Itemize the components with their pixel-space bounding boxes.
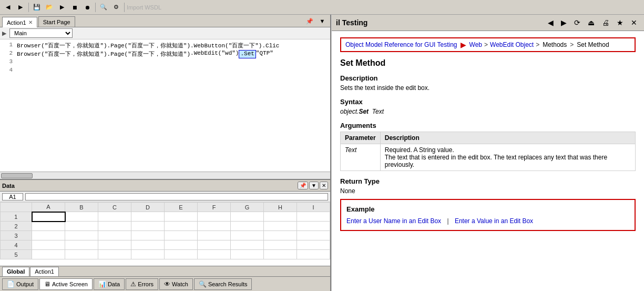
tab-output[interactable]: 📄 Output bbox=[2, 278, 38, 290]
cell-e4[interactable] bbox=[165, 240, 198, 250]
toolbar-btn-5[interactable]: ▶ bbox=[56, 2, 68, 13]
toolbar-btn-1[interactable]: ◀ bbox=[2, 2, 14, 13]
col-a: A bbox=[32, 203, 65, 212]
toolbar-btn-6[interactable]: ⏹ bbox=[69, 2, 80, 13]
example-box: Example Enter a User Name in an Edit Box… bbox=[340, 199, 636, 231]
panel-controls: 📌 ▼ bbox=[304, 15, 328, 27]
cell-g3[interactable] bbox=[231, 231, 264, 240]
data-grid: A B C D E F G H I 1 bbox=[0, 202, 330, 259]
line-num-4: 4 bbox=[2, 67, 13, 75]
tab-watch[interactable]: 👁 Watch bbox=[159, 278, 193, 290]
data-close-btn[interactable]: ✕ bbox=[320, 182, 328, 189]
cell-h3[interactable] bbox=[264, 231, 297, 240]
h-scrollbar[interactable] bbox=[0, 172, 330, 179]
cell-f2[interactable] bbox=[198, 222, 231, 231]
cell-f3[interactable] bbox=[198, 231, 231, 240]
example-link-2[interactable]: Enter a Value in an Edit Box bbox=[455, 217, 533, 225]
help-bookmark-btn[interactable]: ★ bbox=[614, 17, 626, 28]
tab-search-results[interactable]: 🔍 Search Results bbox=[194, 278, 252, 290]
cell-d1[interactable] bbox=[131, 212, 165, 222]
example-link-1[interactable]: Enter a User Name in an Edit Box bbox=[346, 217, 441, 225]
cell-i3[interactable] bbox=[297, 231, 330, 240]
help-home-btn[interactable]: ⏏ bbox=[585, 17, 597, 28]
panel-expand-btn[interactable]: ▼ bbox=[316, 15, 328, 27]
cell-c2[interactable] bbox=[98, 222, 131, 231]
col-f: F bbox=[198, 203, 231, 212]
h-scrollbar-thumb[interactable] bbox=[1, 173, 33, 178]
main-dropdown[interactable]: Main bbox=[9, 28, 73, 38]
cell-e1[interactable] bbox=[165, 212, 198, 222]
toolbar-btn-7[interactable]: ⏺ bbox=[81, 2, 93, 13]
cell-c3[interactable] bbox=[98, 231, 131, 240]
cell-g4[interactable] bbox=[231, 240, 264, 250]
toolbar-buttons: ◀ ▶ 💾 📂 ▶ ⏹ ⏺ 🔍 ⚙ Import WSDL bbox=[2, 2, 642, 13]
sheet-tab-action1[interactable]: Action1 bbox=[30, 267, 59, 276]
cell-h2[interactable] bbox=[264, 222, 297, 231]
toolbar-btn-9[interactable]: ⚙ bbox=[110, 2, 122, 13]
tab-action1[interactable]: Action1 ✕ bbox=[2, 17, 37, 27]
return-value: None bbox=[340, 187, 636, 195]
cell-i1[interactable] bbox=[297, 212, 330, 222]
tab-active-screen[interactable]: 🖥 Active Screen bbox=[39, 278, 93, 290]
cell-e3[interactable] bbox=[165, 231, 198, 240]
sheet-tab-global[interactable]: Global bbox=[2, 267, 29, 276]
data-pin-btn[interactable]: 📌 bbox=[298, 182, 308, 189]
tab-errors[interactable]: ⚠ Errors bbox=[126, 278, 158, 290]
cell-d2[interactable] bbox=[131, 222, 165, 231]
cell-a4[interactable] bbox=[32, 240, 65, 250]
help-forward-btn[interactable]: ▶ bbox=[558, 17, 569, 28]
cell-a3[interactable] bbox=[32, 231, 65, 240]
cell-b5[interactable] bbox=[65, 250, 98, 259]
cell-value-input[interactable] bbox=[25, 193, 328, 200]
help-close-btn[interactable]: ✕ bbox=[628, 17, 640, 28]
help-print-btn[interactable]: 🖨 bbox=[599, 17, 612, 28]
cell-a1[interactable] bbox=[32, 212, 65, 222]
cell-d5[interactable] bbox=[131, 250, 165, 259]
breadcrumb-link-2[interactable]: Web bbox=[469, 41, 482, 48]
cell-b3[interactable] bbox=[65, 231, 98, 240]
cell-h5[interactable] bbox=[264, 250, 297, 259]
cell-b2[interactable] bbox=[65, 222, 98, 231]
cell-h4[interactable] bbox=[264, 240, 297, 250]
cell-i2[interactable] bbox=[297, 222, 330, 231]
args-header-row: Parameter Description bbox=[341, 132, 636, 144]
tab-action1-close[interactable]: ✕ bbox=[28, 19, 33, 25]
cell-h1[interactable] bbox=[264, 212, 297, 222]
breadcrumb-link-1[interactable]: Object Model Reference for GUI Testing bbox=[345, 41, 457, 48]
toolbar-btn-2[interactable]: ▶ bbox=[15, 2, 26, 13]
cell-c1[interactable] bbox=[98, 212, 131, 222]
cell-d3[interactable] bbox=[131, 231, 165, 240]
cell-i4[interactable] bbox=[297, 240, 330, 250]
cell-ref-input[interactable] bbox=[2, 193, 23, 200]
cell-g1[interactable] bbox=[231, 212, 264, 222]
panel-pin-btn[interactable]: 📌 bbox=[304, 15, 315, 27]
cell-g2[interactable] bbox=[231, 222, 264, 231]
cell-c5[interactable] bbox=[98, 250, 131, 259]
toolbar-btn-8[interactable]: 🔍 bbox=[98, 2, 109, 13]
cell-a2[interactable] bbox=[32, 222, 65, 231]
tab-start-page[interactable]: Start Page bbox=[38, 16, 75, 27]
cell-b1[interactable] bbox=[65, 212, 98, 222]
cell-f4[interactable] bbox=[198, 240, 231, 250]
breadcrumb-link-3[interactable]: WebEdit Object bbox=[490, 41, 534, 48]
data-expand-btn[interactable]: ▼ bbox=[309, 182, 319, 189]
cell-e2[interactable] bbox=[165, 222, 198, 231]
cell-d4[interactable] bbox=[131, 240, 165, 250]
search-results-icon: 🔍 bbox=[199, 280, 207, 288]
cell-a5[interactable] bbox=[32, 250, 65, 259]
cell-i5[interactable] bbox=[297, 250, 330, 259]
main-content: Action1 ✕ Start Page 📌 ▼ ▶ Main 1 Browse… bbox=[0, 15, 644, 291]
row-header-5: 5 bbox=[1, 250, 32, 259]
toolbar-btn-3[interactable]: 💾 bbox=[31, 2, 43, 13]
help-refresh-btn[interactable]: ⟳ bbox=[571, 17, 583, 28]
cell-e5[interactable] bbox=[165, 250, 198, 259]
cell-c4[interactable] bbox=[98, 240, 131, 250]
tab-data[interactable]: 📊 Data bbox=[94, 278, 125, 290]
cell-b4[interactable] bbox=[65, 240, 98, 250]
cell-f5[interactable] bbox=[198, 250, 231, 259]
cell-g5[interactable] bbox=[231, 250, 264, 259]
toolbar-btn-4[interactable]: 📂 bbox=[44, 2, 55, 13]
help-back-btn[interactable]: ◀ bbox=[545, 17, 556, 28]
cell-f1[interactable] bbox=[198, 212, 231, 222]
code-text-1: Browser("百度一下，你就知道").Page("百度一下，你就知道").W… bbox=[17, 42, 279, 50]
